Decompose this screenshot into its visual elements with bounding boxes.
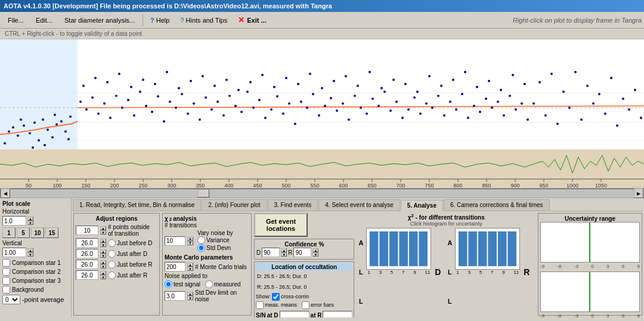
just-after-d-spin-up[interactable]: ▲ — [100, 249, 106, 254]
points-outside-spin-up[interactable]: ▲ — [100, 226, 106, 230]
tab-6[interactable]: 6. Camera corrections & final times — [444, 199, 550, 211]
sn-r-input[interactable] — [323, 311, 352, 317]
measured-label[interactable]: measured — [205, 280, 240, 288]
vertical-scale-input[interactable] — [2, 248, 26, 257]
std-dev-radio[interactable] — [197, 244, 205, 252]
error-bars-checkbox[interactable] — [302, 301, 309, 309]
transitions-spin-down[interactable]: ▼ — [187, 241, 193, 245]
zoom-15-button[interactable]: 15 — [45, 227, 58, 238]
transitions-input[interactable] — [165, 236, 185, 246]
test-signal-radio[interactable] — [165, 280, 172, 288]
just-before-r-input[interactable] — [76, 260, 98, 269]
confidence-d-input[interactable] — [262, 248, 280, 257]
svg-point-117 — [237, 89, 240, 91]
conf-r-spin-up[interactable]: ▲ — [312, 248, 318, 252]
tab-1[interactable]: 1. Read, Integrity, Set time, Bin & norm… — [73, 199, 201, 211]
edit-menu[interactable]: Edit... — [30, 14, 58, 26]
just-before-r-label[interactable]: Just before R — [108, 261, 152, 268]
conf-d-spin-up[interactable]: ▲ — [281, 248, 287, 252]
tab-2[interactable]: 2. (info) Fourier plot — [202, 199, 267, 211]
chi2-uncertainty-section: χ2 - for different transitions Click his… — [357, 213, 535, 316]
svg-rect-214 — [498, 232, 507, 266]
std-dev-radio-label[interactable]: Std Devn — [197, 244, 233, 252]
scroll-track[interactable] — [10, 189, 634, 197]
just-after-d-spin-down[interactable]: ▼ — [100, 254, 106, 258]
just-before-d-label[interactable]: Just before D — [108, 239, 152, 247]
horizontal-spin-down[interactable]: ▼ — [27, 221, 33, 225]
mc-trials-spin-down[interactable]: ▼ — [187, 267, 193, 271]
error-bars-label[interactable]: error bars — [302, 301, 334, 309]
zoom-1-button[interactable]: 1 — [2, 227, 16, 238]
std-dev-limit-input[interactable] — [165, 291, 185, 301]
just-after-d-label[interactable]: Just after D — [108, 250, 147, 258]
just-before-d-spin-down[interactable]: ▼ — [100, 243, 106, 247]
cross-corrin-checkbox[interactable] — [272, 293, 280, 301]
meas-means-checkbox[interactable] — [256, 301, 264, 309]
scroll-right-arrow[interactable]: ▶ — [634, 189, 643, 198]
test-signal-label[interactable]: test signal — [165, 280, 200, 288]
std-dev-limit-spin-up[interactable]: ▲ — [187, 292, 193, 296]
just-after-r-input[interactable] — [76, 270, 98, 280]
just-after-d-input[interactable] — [76, 249, 98, 258]
comp-star-3-checkbox[interactable] — [2, 277, 10, 285]
help-button[interactable]: ? Help — [145, 15, 174, 26]
points-outside-input[interactable] — [76, 226, 98, 235]
vertical-spin-up[interactable]: ▲ — [27, 248, 33, 252]
confidence-r-input[interactable] — [293, 248, 311, 257]
star-diameter-menu[interactable]: Star diameter analysis... — [59, 14, 140, 26]
points-outside-spin-down[interactable]: ▼ — [100, 230, 106, 234]
svg-point-125 — [333, 80, 335, 82]
just-before-r-spin-up[interactable]: ▲ — [100, 260, 106, 264]
exit-button[interactable]: ✕ Exit ... — [233, 14, 271, 26]
mc-trials-spin-up[interactable]: ▲ — [187, 263, 193, 267]
meas-means-label[interactable]: meas. means — [256, 301, 297, 309]
just-after-r-spin-up[interactable]: ▲ — [100, 271, 106, 275]
std-dev-limit-spin-down[interactable]: ▼ — [187, 296, 193, 300]
comp-star-2-checkbox[interactable] — [2, 268, 10, 276]
cross-corrin-label[interactable]: cross-corrin — [272, 293, 309, 301]
tab-5[interactable]: 5. Analyse — [401, 200, 443, 211]
just-before-d-radio[interactable] — [108, 239, 116, 247]
just-after-r-label[interactable]: Just after R — [108, 271, 147, 279]
just-before-r-spin-down[interactable]: ▼ — [100, 264, 106, 268]
background-checkbox[interactable] — [2, 286, 10, 294]
measured-radio[interactable] — [205, 280, 213, 288]
d-histogram-chart[interactable] — [366, 228, 431, 270]
tab-3[interactable]: 3. Find events — [268, 199, 318, 211]
comp-star-1-checkbox[interactable] — [2, 259, 10, 267]
file-menu[interactable]: File... — [2, 14, 29, 26]
just-after-r-radio[interactable] — [108, 271, 116, 279]
just-before-d-input[interactable] — [76, 238, 98, 248]
zoom-5-button[interactable]: 5 — [17, 227, 30, 238]
point-average-select[interactable]: 0123 — [2, 295, 20, 304]
horizontal-scale-input[interactable] — [2, 216, 26, 226]
svg-point-27 — [67, 138, 70, 140]
conf-r-spin-down[interactable]: ▼ — [312, 252, 318, 257]
scroll-left-arrow[interactable]: ◀ — [1, 189, 10, 198]
just-before-r-radio[interactable] — [108, 261, 116, 268]
variance-radio[interactable] — [197, 236, 205, 244]
svg-point-138 — [488, 80, 490, 82]
just-after-r-spin-down[interactable]: ▼ — [100, 275, 106, 279]
tab5-content: Adjust regions ▲ ▼ # points outsideof tr… — [72, 211, 644, 317]
just-before-d-spin-up[interactable]: ▲ — [100, 239, 106, 243]
sn-d-input[interactable] — [280, 311, 309, 317]
r-histogram-chart[interactable] — [455, 228, 520, 270]
get-event-button[interactable]: Get event locations — [254, 213, 308, 237]
vertical-spin-down[interactable]: ▼ — [27, 252, 33, 257]
conf-d-spin-down[interactable]: ▼ — [281, 252, 287, 257]
variance-radio-label[interactable]: Variance — [197, 236, 233, 244]
confidence-r-spin: ▲ ▼ — [312, 248, 318, 257]
svg-point-35 — [121, 107, 123, 109]
zoom-10-button[interactable]: 10 — [31, 227, 44, 238]
svg-point-155 — [610, 77, 612, 79]
tab-4[interactable]: 4. Select event to analyse — [318, 199, 400, 211]
just-after-d-radio[interactable] — [108, 250, 116, 258]
horizontal-scrollbar[interactable]: ◀ ▶ — [0, 189, 644, 198]
svg-text:700: 700 — [397, 183, 405, 188]
hints-button[interactable]: ? Hints and Tips — [175, 15, 232, 26]
horizontal-spin-up[interactable]: ▲ — [27, 217, 33, 221]
scroll-thumb[interactable] — [197, 189, 209, 197]
mc-trials-input[interactable] — [165, 262, 185, 271]
transitions-spin-up[interactable]: ▲ — [187, 237, 193, 241]
